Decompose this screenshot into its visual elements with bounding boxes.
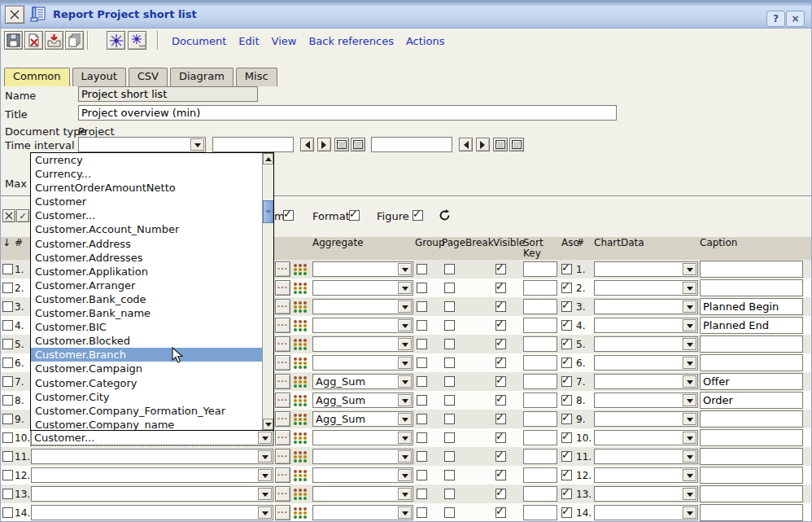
pagebreak-checkbox[interactable] <box>444 358 455 368</box>
sortkey-input[interactable] <box>523 430 557 445</box>
dropdown-item[interactable]: Customer.Blocked <box>31 334 262 348</box>
ellipsis-button[interactable]: ... <box>275 336 290 352</box>
dropdown-item[interactable]: Customer.Account_Number <box>31 222 262 236</box>
ellipsis-button[interactable]: ... <box>275 261 290 277</box>
visible-checkbox[interactable] <box>495 451 506 462</box>
field-combo-arrow[interactable] <box>258 507 272 519</box>
chartdata-combo[interactable] <box>594 505 698 520</box>
date-from-input[interactable] <box>212 137 294 152</box>
aggregate-combo-arrow[interactable] <box>398 338 412 350</box>
chartdata-combo-arrow[interactable] <box>683 432 696 444</box>
dropdown-item[interactable]: Customer.Bank_name <box>31 306 262 320</box>
date-to-prev-button[interactable] <box>459 138 473 151</box>
group-checkbox[interactable] <box>417 507 427 518</box>
aggregate-combo-arrow[interactable] <box>398 357 412 369</box>
sortkey-input[interactable] <box>523 299 557 314</box>
aggregate-combo[interactable] <box>312 318 413 333</box>
chartdata-combo[interactable] <box>594 449 698 464</box>
color-grid-icon[interactable] <box>292 261 308 277</box>
row-select-checkbox[interactable] <box>2 489 13 499</box>
tab-diagram[interactable]: Diagram <box>170 68 234 86</box>
menu-actions[interactable]: Actions <box>406 35 445 47</box>
date-from-next-button[interactable] <box>317 138 331 151</box>
chartdata-combo-arrow[interactable] <box>683 450 696 463</box>
aggregate-combo-arrow[interactable] <box>398 469 412 481</box>
ellipsis-button[interactable]: ... <box>275 467 290 483</box>
tab-layout[interactable]: Layout <box>72 68 126 86</box>
pagebreak-checkbox[interactable] <box>444 470 455 480</box>
sortkey-input[interactable] <box>523 355 557 371</box>
caption-input[interactable] <box>700 373 803 390</box>
chartdata-combo-arrow[interactable] <box>683 282 696 294</box>
asc-checkbox[interactable] <box>561 507 572 518</box>
sortkey-input[interactable] <box>523 393 557 408</box>
save-button[interactable] <box>4 31 23 50</box>
dropdown-item[interactable]: Customer.Arranger <box>31 279 262 292</box>
menu-document[interactable]: Document <box>172 35 226 47</box>
chartdata-combo-arrow[interactable] <box>683 338 696 350</box>
aggregate-combo[interactable] <box>312 355 413 371</box>
group-checkbox[interactable] <box>417 470 427 480</box>
field-combo-arrow[interactable] <box>258 432 272 444</box>
row-select-checkbox[interactable] <box>2 470 13 480</box>
group-checkbox[interactable] <box>417 301 427 312</box>
chartdata-combo-arrow[interactable] <box>683 319 696 331</box>
field-combo[interactable] <box>31 467 273 483</box>
dropdown-item[interactable]: Customer <box>31 195 262 208</box>
sortkey-input[interactable] <box>523 486 557 502</box>
chartdata-combo-arrow[interactable] <box>683 263 696 275</box>
sortkey-input[interactable] <box>523 374 557 389</box>
chartdata-combo-arrow[interactable] <box>683 300 696 313</box>
field-combo[interactable] <box>31 505 273 520</box>
row-select-checkbox[interactable] <box>2 283 13 293</box>
aggregate-combo[interactable] <box>312 449 413 464</box>
caption-input[interactable] <box>700 410 803 428</box>
color-grid-icon[interactable] <box>292 393 308 408</box>
aggregate-combo[interactable]: Agg_Sum <box>312 411 413 427</box>
name-input[interactable] <box>78 86 258 102</box>
visible-checkbox[interactable] <box>495 414 506 424</box>
visible-checkbox[interactable] <box>495 301 506 312</box>
group-checkbox[interactable] <box>417 339 427 349</box>
scrollbar-thumb[interactable]: ≡ <box>263 200 273 223</box>
aggregate-combo-arrow[interactable] <box>398 300 412 313</box>
pagebreak-checkbox[interactable] <box>444 395 455 406</box>
ellipsis-button[interactable]: ... <box>275 374 290 389</box>
menu-view[interactable]: View <box>272 35 297 47</box>
chartdata-combo[interactable] <box>594 318 698 333</box>
aggregate-combo-arrow[interactable] <box>398 450 412 463</box>
title-input[interactable] <box>78 105 617 121</box>
aggregate-combo[interactable] <box>312 280 413 296</box>
row-select-checkbox[interactable] <box>2 301 13 312</box>
field-combo[interactable]: Customer... <box>31 430 273 445</box>
run-report-options-button[interactable] <box>128 31 146 50</box>
pagebreak-checkbox[interactable] <box>444 264 455 274</box>
pagebreak-checkbox[interactable] <box>444 339 455 349</box>
caption-input[interactable] <box>700 467 803 484</box>
field-combo-arrow[interactable] <box>258 488 272 500</box>
format-checkbox[interactable] <box>349 210 360 221</box>
aggregate-combo-arrow[interactable] <box>398 394 412 406</box>
tab-csv[interactable]: CSV <box>129 68 168 86</box>
dropdown-item[interactable]: Customer.Company_Formation_Year <box>31 404 262 418</box>
caption-input[interactable] <box>700 392 803 409</box>
aggregate-combo[interactable]: Agg_Sum <box>312 393 413 408</box>
group-checkbox[interactable] <box>417 283 427 293</box>
pagebreak-checkbox[interactable] <box>444 432 455 443</box>
sortkey-input[interactable] <box>523 280 557 296</box>
asc-checkbox[interactable] <box>561 339 572 349</box>
aggregate-combo-arrow[interactable] <box>398 263 412 275</box>
group-checkbox[interactable] <box>417 376 427 387</box>
field-combo[interactable] <box>31 486 273 502</box>
color-grid-icon[interactable] <box>292 467 308 483</box>
copy-button[interactable] <box>65 31 84 50</box>
pagebreak-checkbox[interactable] <box>444 320 455 331</box>
chartdata-combo[interactable] <box>594 430 698 445</box>
ellipsis-button[interactable]: ... <box>275 318 290 333</box>
field-combo[interactable] <box>31 449 273 464</box>
date-to-calendar2-button[interactable] <box>509 138 524 151</box>
ellipsis-button[interactable]: ... <box>275 299 290 314</box>
date-to-next-button[interactable] <box>476 138 490 151</box>
dropdown-item[interactable]: Customer... <box>31 208 262 222</box>
caption-input[interactable] <box>700 336 803 353</box>
